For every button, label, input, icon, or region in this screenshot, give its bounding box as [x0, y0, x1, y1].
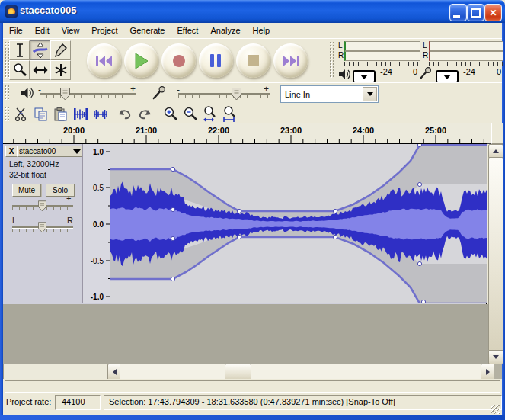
selection-tool-icon: [13, 43, 27, 58]
record-button[interactable]: [161, 43, 196, 78]
playback-meter-left-bar[interactable]: [344, 41, 420, 51]
play-button[interactable]: [124, 43, 158, 78]
forward-button[interactable]: [273, 43, 308, 78]
fit-selection-button[interactable]: [201, 105, 219, 123]
svg-text:25:00: 25:00: [425, 126, 446, 135]
trim-button[interactable]: [72, 105, 89, 123]
timeline-ruler[interactable]: 20:0021:0022:0023:0024:0025:00: [3, 123, 502, 144]
zoom-in-button[interactable]: [161, 105, 179, 123]
project-rate-box[interactable]: 44100: [55, 395, 101, 410]
recording-meter-minus24: -24: [463, 67, 475, 76]
timeshift-tool-icon: [33, 65, 48, 75]
meter-toolbar-grip[interactable]: [329, 41, 334, 79]
envelope-tool-button[interactable]: [30, 40, 50, 60]
vertical-scroll-thumb[interactable]: [488, 157, 503, 351]
track-name: staccato00: [18, 147, 73, 155]
undo-button[interactable]: [116, 105, 133, 123]
pause-button[interactable]: [199, 43, 233, 78]
copy-button[interactable]: [32, 105, 50, 123]
fit-project-icon: [222, 106, 238, 122]
chevron-down-icon: [360, 75, 368, 79]
close-button[interactable]: ✕: [484, 4, 502, 21]
input-source-value: Line In: [281, 90, 363, 99]
menu-project[interactable]: Project: [85, 24, 123, 37]
recording-meter-left-bar[interactable]: [429, 41, 503, 51]
maximize-button[interactable]: [467, 4, 484, 21]
pan-slider-thumb[interactable]: [38, 222, 46, 233]
track-close-button[interactable]: X: [5, 146, 18, 157]
edit-toolbar-grip[interactable]: [4, 106, 9, 121]
track-area: X staccato00 Left, 32000Hz 32-bit float …: [3, 143, 487, 306]
gain-slider-thumb[interactable]: [38, 200, 46, 212]
cut-button[interactable]: [12, 105, 30, 123]
vertical-ruler[interactable]: 1.00.50.0-0.5-1.0: [82, 144, 110, 303]
input-source-select[interactable]: Line In: [280, 85, 379, 103]
paste-icon: [54, 107, 67, 121]
zoom-out-icon: [183, 107, 198, 122]
titlebar[interactable]: staccato005 ✕: [0, 0, 505, 23]
rewind-button[interactable]: [87, 43, 121, 78]
pan-left-label: L: [12, 216, 17, 225]
menu-help[interactable]: Help: [247, 24, 276, 37]
recording-meter-right-bar[interactable]: [429, 51, 503, 61]
silence-button[interactable]: [91, 105, 109, 123]
menu-effect[interactable]: Effect: [171, 24, 204, 37]
menu-edit[interactable]: Edit: [29, 24, 56, 37]
menu-view[interactable]: View: [56, 24, 86, 37]
waveform-display[interactable]: [110, 144, 487, 303]
stop-button[interactable]: [236, 43, 270, 78]
undo-icon: [117, 108, 133, 120]
recording-meter-dropdown[interactable]: [436, 70, 459, 83]
tool-grid: [9, 40, 71, 80]
microphone-icon: [419, 67, 432, 80]
paste-button[interactable]: [52, 105, 69, 123]
svg-text:20:00: 20:00: [63, 126, 85, 135]
audacity-logo-icon: [5, 5, 18, 18]
minimize-button[interactable]: [449, 4, 467, 21]
selection-tool-button[interactable]: [9, 40, 30, 60]
arrow-down-icon: [493, 355, 499, 359]
mixer-grip[interactable]: [4, 85, 9, 101]
playback-meter-right-bar[interactable]: [344, 51, 420, 61]
vertical-scrollbar[interactable]: [488, 144, 502, 363]
timeshift-tool-button[interactable]: [30, 60, 50, 80]
svg-text:23:00: 23:00: [280, 126, 302, 135]
rewind-icon: [96, 55, 113, 67]
combo-arrow-button[interactable]: [363, 87, 377, 101]
multi-tool-button[interactable]: [50, 60, 71, 80]
redo-button[interactable]: [136, 105, 153, 123]
fit-project-button[interactable]: [221, 105, 238, 123]
menu-file[interactable]: File: [3, 24, 29, 37]
mute-button[interactable]: Mute: [12, 184, 41, 197]
playback-meter-right-label: R: [338, 51, 344, 59]
selection-status-text: Selection: 17:43.794309 - 18:31.633580 (…: [104, 396, 501, 406]
arrow-up-icon: [493, 149, 499, 153]
menu-analyze[interactable]: Analyze: [204, 24, 246, 37]
horizontal-scroll-thumb[interactable]: [225, 364, 251, 380]
scrollbar-left-panel: [3, 364, 109, 380]
selection-status-box: Selection: 17:43.794309 - 18:31.633580 (…: [104, 395, 502, 410]
zoom-tool-icon: [12, 63, 27, 78]
scroll-down-button[interactable]: [488, 350, 503, 364]
svg-text:1.0: 1.0: [93, 148, 104, 156]
zoom-tool-button[interactable]: [9, 60, 30, 80]
output-slider-thumb[interactable]: [60, 88, 70, 101]
track-control-panel: X staccato00 Left, 32000Hz 32-bit float …: [3, 144, 82, 303]
svg-text:0.5: 0.5: [93, 184, 104, 192]
track-title-menu[interactable]: staccato00: [17, 146, 83, 157]
horizontal-scrollbar[interactable]: [120, 364, 481, 379]
audacity-window: staccato005 ✕ File Edit View Project Gen…: [0, 0, 505, 420]
draw-tool-icon: [54, 43, 68, 58]
zoom-out-button[interactable]: [181, 105, 199, 123]
stop-icon: [248, 55, 259, 66]
playback-meter-dropdown[interactable]: [353, 70, 376, 83]
draw-tool-button[interactable]: [50, 40, 71, 60]
menu-generate[interactable]: Generate: [124, 24, 171, 37]
speaker-icon: [21, 88, 34, 98]
resize-grip[interactable]: [491, 405, 500, 414]
input-slider-thumb[interactable]: [232, 88, 241, 101]
track-format-line2: 32-bit float: [9, 170, 46, 179]
arrow-left-icon: [113, 369, 117, 375]
toolbar-grip[interactable]: [4, 41, 9, 79]
project-rate-value: 44100: [56, 396, 100, 406]
